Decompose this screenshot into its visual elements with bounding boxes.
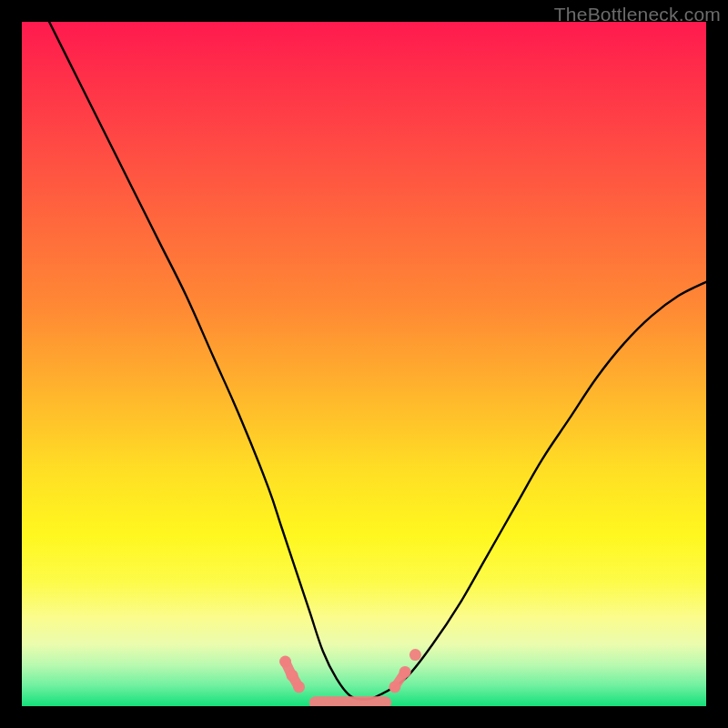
svg-point-4 — [287, 670, 298, 682]
svg-rect-0 — [309, 696, 391, 706]
svg-line-1 — [286, 662, 291, 673]
svg-line-3 — [292, 675, 298, 685]
svg-line-7 — [395, 672, 405, 687]
chart-frame: TheBottleneck.com — [0, 0, 728, 728]
svg-point-2 — [279, 656, 291, 668]
watermark-text: TheBottleneck.com — [554, 4, 721, 25]
svg-point-9 — [410, 649, 421, 661]
svg-point-5 — [293, 681, 305, 693]
svg-point-6 — [389, 681, 400, 693]
plot-area — [22, 22, 706, 706]
bottleneck-curve — [49, 22, 706, 700]
svg-point-8 — [399, 666, 411, 678]
curve-layer — [22, 22, 706, 706]
valley-overlay — [279, 649, 421, 706]
